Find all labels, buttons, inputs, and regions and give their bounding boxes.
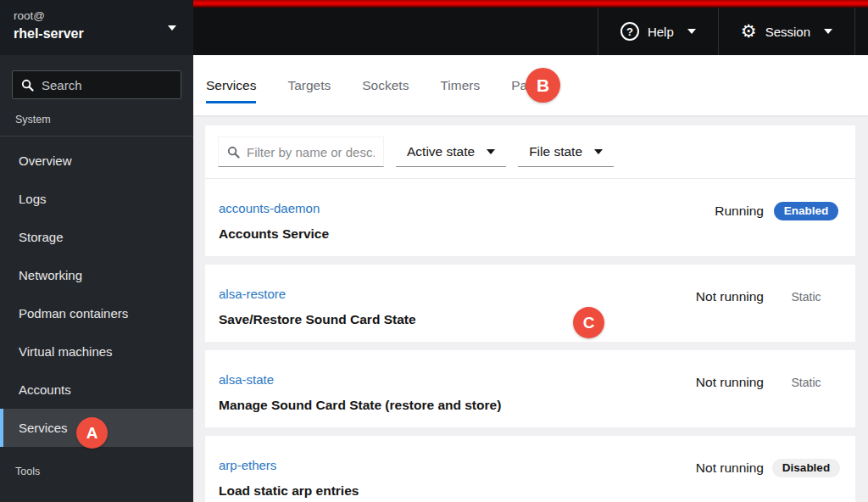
service-description: Accounts Service — [219, 226, 329, 242]
filter-field[interactable] — [218, 137, 384, 167]
service-state-badge: Disabled — [772, 459, 840, 477]
tab-services[interactable]: Services — [206, 78, 256, 103]
service-state-box: Disabled — [771, 459, 842, 477]
sidebar-item-accounts[interactable]: Accounts — [0, 371, 193, 409]
masthead-utilities: ? Help ⚙ Session — [598, 8, 855, 55]
sidebar-nav: Overview Logs Storage Networking Podman … — [0, 137, 193, 447]
service-state-text: Static — [791, 373, 821, 392]
file-state-select[interactable]: File state — [518, 137, 614, 167]
service-status: Running — [715, 202, 764, 220]
service-status-area: Not running Static — [696, 287, 842, 327]
search-icon — [227, 146, 240, 159]
chevron-down-icon — [487, 149, 495, 154]
services-list-card: alsa-state Manage Sound Card State (rest… — [205, 350, 855, 427]
chevron-down-icon — [594, 149, 603, 154]
service-status: Not running — [696, 373, 764, 392]
service-name-link[interactable]: alsa-state — [219, 372, 274, 387]
service-info: arp-ethers Load static arp entries — [219, 458, 359, 499]
sidebar-item-networking[interactable]: Networking — [0, 256, 193, 294]
active-state-label: Active state — [407, 144, 475, 159]
tab-sockets[interactable]: Sockets — [362, 78, 409, 103]
service-description: Manage Sound Card State (restore and sto… — [219, 398, 501, 413]
annotation-badge-b: B — [526, 68, 560, 103]
services-list-card: alsa-restore Save/Restore Sound Card Sta… — [205, 265, 855, 342]
top-accent-bar — [193, 0, 868, 8]
services-list-card: Active state File state accounts-daemon … — [205, 126, 855, 256]
help-menu[interactable]: ? Help — [598, 8, 718, 55]
sidebar-section-system: System — [0, 99, 193, 137]
service-name-link[interactable]: arp-ethers — [219, 458, 276, 472]
service-info: alsa-state Manage Sound Card State (rest… — [219, 372, 501, 413]
sidebar-item-logs[interactable]: Logs — [0, 180, 193, 218]
sidebar-search-input[interactable] — [42, 78, 172, 92]
service-row-accounts-daemon[interactable]: accounts-daemon Accounts Service Running… — [205, 179, 855, 256]
masthead: ? Help ⚙ Session — [193, 0, 868, 55]
main-content: Services Targets Sockets Timers Paths — [193, 55, 868, 502]
help-icon: ? — [620, 22, 639, 41]
service-status-area: Running Enabled — [715, 201, 842, 242]
service-status: Not running — [696, 287, 764, 306]
services-page: Active state File state accounts-daemon … — [193, 115, 868, 502]
chevron-down-icon — [687, 29, 696, 34]
service-status-area: Not running Static — [696, 372, 842, 413]
service-description: Load static arp entries — [219, 483, 359, 499]
annotation-badge-a: A — [76, 417, 108, 449]
service-status: Not running — [696, 459, 764, 477]
file-state-label: File state — [529, 144, 582, 159]
service-state-box: Static — [771, 287, 842, 306]
sidebar-search[interactable] — [12, 70, 181, 99]
session-menu[interactable]: ⚙ Session — [718, 8, 855, 55]
chevron-down-icon — [168, 25, 176, 31]
service-state-box: Enabled — [771, 202, 842, 220]
service-info: accounts-daemon Accounts Service — [219, 201, 329, 242]
host-switcher[interactable]: root@ rhel-server — [0, 0, 193, 55]
services-list-card: arp-ethers Load static arp entries Not r… — [205, 436, 855, 502]
filter-toolbar: Active state File state — [205, 126, 855, 179]
help-label: Help — [648, 25, 674, 39]
gear-icon: ⚙ — [741, 23, 757, 41]
chevron-down-icon — [824, 29, 832, 34]
service-state-badge: Enabled — [774, 202, 839, 220]
sidebar-item-virtual-machines[interactable]: Virtual machines — [0, 332, 193, 371]
service-row-alsa-state[interactable]: alsa-state Manage Sound Card State (rest… — [205, 350, 855, 427]
annotation-badge-c: C — [573, 307, 604, 338]
service-row-arp-ethers[interactable]: arp-ethers Load static arp entries Not r… — [205, 436, 855, 502]
service-state-text: Static — [791, 287, 821, 306]
sidebar-item-podman-containers[interactable]: Podman containers — [0, 294, 193, 332]
cockpit-window: root@ rhel-server System Overview Logs S… — [0, 0, 868, 502]
service-state-box: Static — [771, 373, 842, 392]
session-label: Session — [765, 25, 810, 39]
service-name-link[interactable]: alsa-restore — [219, 287, 286, 301]
service-status-area: Not running Disabled — [696, 458, 842, 499]
filter-input[interactable] — [247, 145, 375, 159]
service-description: Save/Restore Sound Card State — [219, 312, 416, 327]
search-icon — [21, 79, 34, 92]
host-user: root@ — [14, 9, 180, 22]
service-info: alsa-restore Save/Restore Sound Card Sta… — [219, 287, 416, 327]
host-name: rhel-server — [14, 26, 180, 42]
sidebar-item-overview[interactable]: Overview — [0, 142, 193, 180]
tab-timers[interactable]: Timers — [440, 78, 480, 103]
service-row-alsa-restore[interactable]: alsa-restore Save/Restore Sound Card Sta… — [205, 265, 855, 342]
service-name-link[interactable]: accounts-daemon — [219, 201, 320, 215]
sidebar-item-storage[interactable]: Storage — [0, 218, 193, 256]
active-state-select[interactable]: Active state — [396, 137, 506, 167]
tab-targets[interactable]: Targets — [287, 78, 331, 103]
sidebar-section-tools: Tools — [0, 447, 193, 488]
